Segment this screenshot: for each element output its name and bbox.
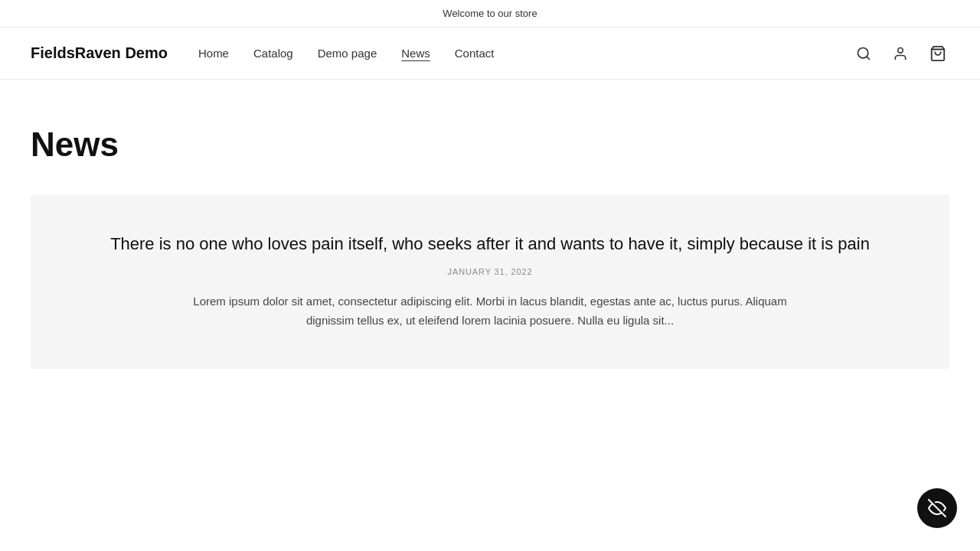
- article-date: JANUARY 31, 2022: [61, 267, 919, 276]
- announcement-bar: Welcome to our store: [0, 0, 980, 28]
- account-icon: [893, 46, 908, 61]
- article-card[interactable]: There is no one who loves pain itself, w…: [31, 194, 949, 369]
- search-icon: [856, 46, 871, 61]
- nav-news[interactable]: News: [401, 47, 430, 60]
- cart-button[interactable]: [926, 42, 949, 65]
- account-button[interactable]: [890, 43, 911, 64]
- nav-catalog[interactable]: Catalog: [253, 47, 293, 60]
- article-title: There is no one who loves pain itself, w…: [61, 233, 919, 256]
- svg-line-1: [867, 56, 870, 59]
- announcement-text: Welcome to our store: [443, 8, 537, 19]
- svg-point-2: [898, 47, 903, 53]
- search-button[interactable]: [853, 43, 874, 64]
- cart-icon: [929, 45, 946, 62]
- site-header: FieldsRaven Demo Home Catalog Demo page …: [0, 28, 980, 80]
- nav-home[interactable]: Home: [198, 47, 229, 60]
- main-content: News There is no one who loves pain itse…: [0, 80, 980, 399]
- site-logo[interactable]: FieldsRaven Demo: [31, 44, 168, 62]
- nav-demo-page[interactable]: Demo page: [318, 47, 377, 60]
- nav-contact[interactable]: Contact: [455, 47, 495, 60]
- main-nav: Home Catalog Demo page News Contact: [198, 47, 853, 60]
- header-icons: [853, 42, 949, 65]
- page-title: News: [31, 126, 949, 164]
- article-excerpt: Lorem ipsum dolor sit amet, consectetur …: [184, 292, 796, 331]
